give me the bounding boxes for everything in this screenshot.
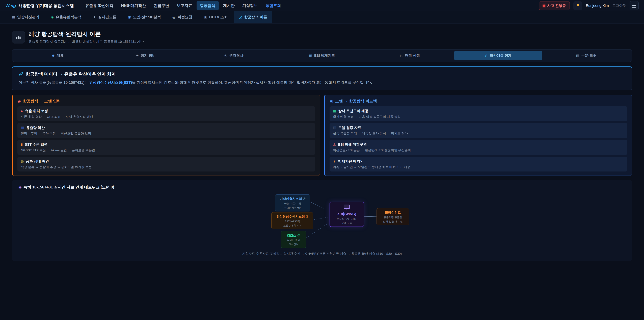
ship-icon: ⚓ [333,159,336,163]
subtab-satellite-request[interactable]: ◎ 위성요청 [167,12,198,23]
subtab-label: 항공탐색 이론 [244,15,267,20]
nav-item-emergency-rescue[interactable]: 긴급구난 [150,1,172,10]
subtab-aerial-theory[interactable]: ◿ 항공탐색 이론 [234,12,272,23]
link-icon [18,72,23,77]
incident-status-badge: 사고 진행중 [539,2,570,10]
tab-label: 면적 산정 [405,53,420,58]
chart-line-icon: ▤ [333,126,336,130]
network-icon: ◈ [18,185,22,189]
subtab-pollution-ship-3d[interactable]: ◉ 오염/선박3D분석 [123,12,166,23]
clipboard-icon: ▣ [330,99,333,103]
node-label: 클라이언트 [379,210,407,215]
main-nav: 유출유 확산예측 HNS·대기확산 긴급구난 보고자료 항공탐색 게시판 기상정… [82,1,284,10]
remote-sensing-icon: ◎ [224,54,227,58]
detection-equipment-icon: ✈ [136,54,139,58]
tab-area-calculation[interactable]: ◺ 면적 산정 [366,51,454,60]
tab-esi-map[interactable]: ▦ ESI 방제지도 [278,51,366,60]
intro-after: 을 기상예측시스템·검조소와 함께 인터넷으로 연결하여, 항공탐색 데이터가 … [132,80,372,85]
list-item-esi-risk-zone: ⚠ ESI 피해 위험구역 확산경로×ESI 등급 → 항공탐색 ESI 현장확… [330,140,628,155]
cctv-icon: ▣ [204,15,207,19]
esi-map-icon: ▦ [309,54,312,58]
subtab-image-management[interactable]: ▦ 영상사진관리 [7,12,44,23]
subtab-cctv[interactable]: ▣ CCTV 조회 [199,12,233,23]
node-label: 검조소 ③ [284,233,304,238]
nav-item-reports[interactable]: 보고자료 [174,1,196,10]
page-title-block: 해양 항공탐색·원격탐사 이론 유출유 원격탐지·항공감시 기법·ESI 방제정… [28,30,144,44]
list-item-response-deployment: ⚓ 방제자원 배치안 예측 도달시간 → 오일펜스·방제정 최적 배치 좌표 제… [330,157,628,171]
panel-title-text: 항공탐색 → 모델 입력 [23,99,61,104]
page-header: 해양 항공탐색·원격탐사 이론 유출유 원격탐지·항공감시 기법·ESI 방제정… [12,30,632,44]
node-line: 유출지점·유출량 [379,216,407,219]
papers-patents-icon: ▤ [576,54,579,58]
menu-button[interactable] [630,1,639,10]
item-desc: 실측 유출유 위치 ↔ 예측값 오차 분석 → 정확도 평가 [333,131,624,136]
list-item-search-priority: ▦ 탐색 우선구역 제공 확산 예측 결과 → 다음 탐색 집중구역 자동 생성 [330,106,628,121]
nav-item-hns-air-dispersion[interactable]: HNS·대기확산 [118,1,149,10]
tab-remote-sensing[interactable]: ◎ 원격탐사 [190,51,278,60]
node-line: SST(NGSST) [274,220,311,223]
client-node: 클라이언트 유출지점·유출량 입력 및 결과 수신 [376,208,409,225]
node-line: 입력 및 결과 수신 [379,220,407,223]
nav-item-board[interactable]: 게시판 [220,1,238,10]
tab-detection-equipment[interactable]: ✈ 탐지 장비 [102,51,190,60]
panel-title-text: 모델 → 항공탐색 피드백 [335,99,377,104]
user-name[interactable]: Eunjeong Kim [586,4,609,8]
item-desc: 확산경로×ESI 등급 → 항공탐색 ESI 현장확인 우선순위 [333,148,624,153]
nav-item-spill-prediction[interactable]: 유출유 확산예측 [82,1,117,10]
chart-icon [15,34,22,40]
subtab-label: 영상사진관리 [17,15,40,20]
node-line: 국립환경과학원 [278,206,308,209]
subtab-label: 위성요청 [178,15,192,20]
item-title: ▤ 모델 검증 자료 [333,125,624,130]
node-line: 토호쿠대학 FTP [274,224,311,227]
tab-overview[interactable]: ◉ 개요 [14,51,102,60]
app-title: 해양환경 위기대응 통합시스템 [18,3,74,9]
linkage-intro: 이문진 박사 특허(등록특허 10-1567431)는 위성영상수신시스템(SS… [18,80,626,85]
node-label: 위성영상수신시스템 ② [274,214,311,219]
tab-label: 논문·특허 [581,53,596,58]
intro-before: 이문진 박사 특허(등록특허 10-1567431)는 [18,80,89,85]
diagram-title: ◈ 특허 10-1567431 실시간 자료 연계 네트워크 (도면 9) [18,185,626,190]
item-title: ⚠ ESI 피해 위험구역 [333,142,624,147]
topnav-right: 사고 진행중 Eunjeong Kim 로그아웃 [539,1,639,10]
section-tabs: ◉ 개요 ✈ 탐지 장비 ◎ 원격탐사 ▦ ESI 방제지도 ◺ 면적 산정 ⇄… [12,49,632,62]
subtab-label: 실시간드론 [98,15,116,20]
overview-icon: ◉ [52,54,54,58]
linkage-panels: ◉ 항공탐색 → 모델 입력 ● 유출 위치 보정 드론·위성 영상 → GPS… [12,95,632,176]
network-diagram-panel: ◈ 특허 10-1567431 실시간 자료 연계 네트워크 (도면 9) 기상… [12,180,632,261]
subtab-oil-area-analysis[interactable]: ◈ 유출유면적분석 [46,12,86,23]
model-input-panel-title: ◉ 항공탐색 → 모델 입력 [18,99,315,104]
brand: Wing 해양환경 위기대응 통합시스템 [5,3,74,9]
main-content: 해양 항공탐색·원격탐사 이론 유출유 원격탐지·항공감시 기법·ESI 방제정… [0,24,644,271]
item-title: ⚓ 방제자원 배치안 [333,159,624,164]
page-title: 해양 항공탐색·원격탐사 이론 [28,30,144,38]
item-desc: 예측 도달시간 → 오일펜스·방제정 최적 배치 좌표 제공 [333,165,624,169]
server-monitor-icon [344,205,350,210]
subtab-realtime-drone[interactable]: ✈ 실시간드론 [88,12,122,23]
prediction-linkage-icon: ⇄ [485,54,488,58]
node-line: 바람·기온·기압 [278,202,308,205]
tab-papers-patents[interactable]: ▤ 논문·특허 [542,51,630,60]
network-diagram: 기상예측시스템 ① 바람·기온·기압 국립환경과학원 위성영상수신시스템 ② S… [196,194,448,247]
logout-link[interactable]: 로그아웃 [612,3,626,8]
diagram-title-text: 특허 10-1567431 실시간 자료 연계 네트워크 (도면 9) [24,185,114,190]
satellite-receiving-system-node: 위성영상수신시스템 ② SST(NGSST) 토호쿠대학 FTP [271,212,313,229]
tab-label: 탐지 장비 [141,53,156,58]
model-feedback-rows: ▦ 탐색 우선구역 제공 확산 예측 결과 → 다음 탐색 집중구역 자동 생성… [330,106,628,171]
linkage-section: 항공탐색 데이터 → 유출유 확산예측 연계 체계 이문진 박사 특허(등록특허… [12,67,632,90]
item-desc: 드론·위성 영상 → GPS 좌표 → 모델 유출지점 갱신 [21,115,312,119]
node-label: 기상예측시스템 ① [278,197,308,201]
notifications-button[interactable] [574,1,582,10]
nav-item-weather-info[interactable]: 기상정보 [239,1,261,10]
item-desc: NGSST FTP 수신 → Akima 보간 → 풍화모델 수온값 [21,148,312,153]
tab-prediction-linkage[interactable]: ⇄ 확산예측 연계 [454,51,542,60]
list-item-model-validation: ▤ 모델 검증 자료 실측 유출유 위치 ↔ 예측값 오차 분석 → 정확도 평… [330,123,628,138]
nav-item-aerial-search[interactable]: 항공탐색 [196,1,219,10]
sst-system-link[interactable]: 위성영상수신시스템(SST) [89,80,132,85]
tab-label: 확산예측 연계 [490,53,512,58]
item-desc: 면적 × 두께 → 유량 추정 → 확산모델 유출량 보정 [21,131,312,136]
nav-item-integrated-search[interactable]: 통합조회 [262,1,284,10]
pin-icon: ● [21,109,23,113]
list-item-sst-input: ▮ SST 수온 입력 NGSST FTP 수신 → Akima 보간 → 풍화… [18,140,315,155]
incident-label: 사고 진행중 [547,3,566,8]
